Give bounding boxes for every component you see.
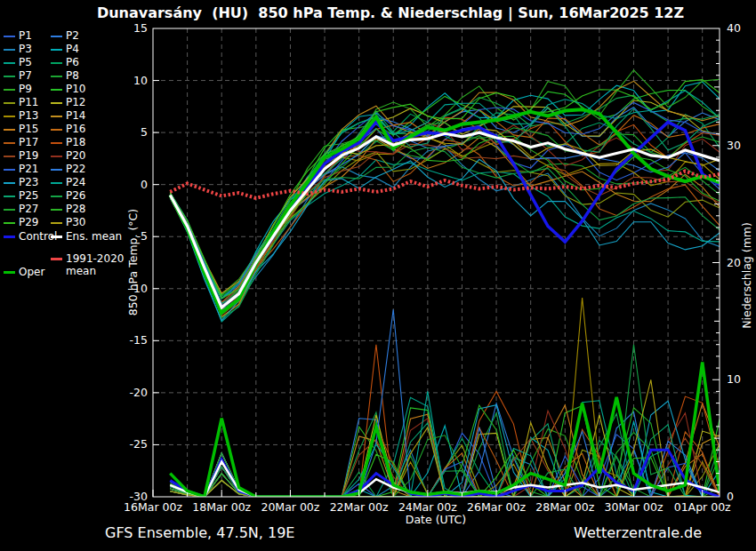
y-left-tick-label: -15 [130, 333, 148, 347]
y-left-tick-label: 15 [133, 21, 148, 35]
meteogram-screen: Dunavarsány (HU) 850 hPa Temp. & Nieders… [0, 0, 756, 551]
x-tick-label: 20Mar 00z [261, 500, 319, 514]
member-temp-P15 [170, 138, 720, 317]
x-tick-label: 30Mar 00z [605, 500, 664, 514]
x-tick-label: 22Mar 00z [330, 500, 389, 514]
member-temp-P3 [170, 148, 720, 311]
member-precip-P13 [170, 298, 720, 497]
x-tick-label: 24Mar 00z [398, 500, 457, 514]
y-right-tick-label: 10 [727, 372, 741, 386]
x-tick-label: 16Mar 00z [124, 500, 182, 514]
member-temp-P17 [170, 140, 720, 309]
member-temp-P1 [170, 125, 720, 315]
x-tick-label: 26Mar 00z [467, 500, 526, 514]
x-tick-label: 01Apr 00z [674, 500, 731, 514]
y-left-tick-label: -20 [130, 386, 148, 399]
y-left-axis-title: 850 hPa Temp. (°C) [126, 209, 140, 315]
y-right-axis-title: Niederschlag (mm) [740, 222, 753, 329]
meteogram-plot: 151050-5-10-15-20-25-3001020304016Mar 00… [0, 0, 756, 551]
model-info-text: GFS Ensemble, 47.5N, 19E [105, 524, 294, 541]
x-tick-label: 28Mar 00z [535, 500, 594, 514]
member-temp-P26 [170, 148, 720, 318]
member-temp-P11 [170, 148, 720, 316]
x-tick-label: 18Mar 00z [192, 500, 251, 514]
x-axis-title: Date (UTC) [406, 513, 466, 526]
y-left-tick-label: -25 [130, 437, 148, 451]
watermark-text: Wetterzentrale.de [574, 524, 702, 541]
y-left-tick-label: 0 [141, 178, 148, 191]
y-left-tick-label: 10 [133, 74, 148, 87]
y-right-tick-label: 40 [727, 21, 741, 35]
member-temp-P19 [170, 144, 720, 315]
y-right-tick-label: 30 [727, 139, 741, 152]
y-left-tick-label: 5 [141, 125, 148, 139]
